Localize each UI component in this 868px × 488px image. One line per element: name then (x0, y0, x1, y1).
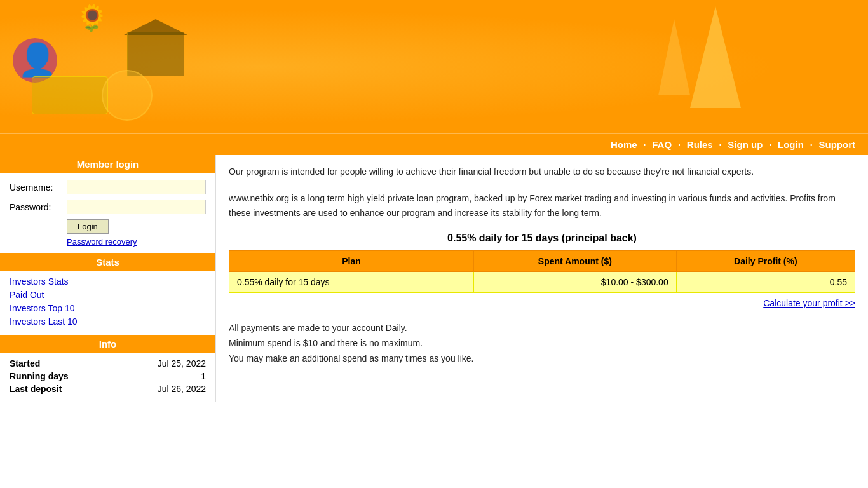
row-plan: 0.55% daily for 15 days (229, 272, 474, 293)
username-label: Username: (10, 182, 67, 193)
login-button-row: Login (67, 219, 206, 234)
nav-sep-1: · (644, 140, 646, 150)
password-input[interactable] (67, 200, 206, 214)
row-profit: 0.55 (676, 272, 855, 293)
username-input[interactable] (67, 180, 206, 194)
intro-text-1: Our program is intended for people willi… (229, 165, 855, 179)
investors-last10-link[interactable]: Investors Last 10 (10, 316, 206, 327)
sidebar: Member login Username: Password: Login P… (0, 155, 216, 402)
info-started-key: Started (10, 358, 40, 369)
login-button[interactable]: Login (67, 219, 109, 234)
member-login-title: Member login (0, 155, 215, 173)
nav-home[interactable]: Home (611, 139, 637, 150)
password-recovery-link[interactable]: Password recovery (67, 237, 206, 247)
main-layout: Member login Username: Password: Login P… (0, 155, 868, 402)
info-section: Started Jul 25, 2022 Running days 1 Last… (0, 353, 215, 402)
calc-profit-link[interactable]: Calculate your profit >> (763, 298, 855, 308)
row-spent: $10.00 - $300.00 (474, 272, 677, 293)
col-spent: Spent Amount ($) (474, 251, 677, 272)
nav-login[interactable]: Login (778, 139, 804, 150)
stats-section: Investors Stats Paid Out Investors Top 1… (0, 271, 215, 335)
info-running-val: 1 (201, 371, 206, 381)
nav-sep-5: · (810, 140, 813, 150)
member-login-box: Username: Password: Login Password recov… (0, 173, 215, 253)
plan-title: 0.55% daily for 15 days (principal back) (229, 233, 855, 244)
investors-top10-link[interactable]: Investors Top 10 (10, 303, 206, 313)
navbar: Home · FAQ · Rules · Sign up · Login · S… (0, 133, 868, 155)
info-started-row: Started Jul 25, 2022 (10, 358, 206, 369)
intro-text-2: www.netbix.org is a long term high yield… (229, 191, 855, 220)
flower-icon: 🌻 (76, 3, 108, 33)
info-title: Info (0, 335, 215, 353)
money-pile (32, 76, 108, 114)
info-lastdeposit-val: Jul 26, 2022 (158, 384, 206, 394)
paid-out-link[interactable]: Paid Out (10, 290, 206, 300)
payments-text: All payments are made to your account Da… (229, 321, 855, 366)
nav-rules[interactable]: Rules (687, 139, 713, 150)
info-running-key: Running days (10, 371, 69, 381)
password-row: Password: (10, 200, 206, 214)
nav-faq[interactable]: FAQ (652, 139, 672, 150)
col-profit: Daily Profit (%) (676, 251, 855, 272)
sail2-icon (658, 19, 690, 95)
content-area: Our program is intended for people willi… (216, 155, 868, 402)
nav-sep-4: · (769, 140, 771, 150)
username-row: Username: (10, 180, 206, 194)
password-label: Password: (10, 202, 67, 212)
info-lastdeposit-key: Last deposit (10, 384, 62, 394)
payments-line-3: You may make an additional spend as many… (229, 351, 855, 367)
payments-line-1: All payments are made to your account Da… (229, 321, 855, 336)
table-row: 0.55% daily for 15 days $10.00 - $300.00… (229, 272, 855, 293)
calc-link-container: Calculate your profit >> (229, 298, 855, 308)
sail1-icon (690, 6, 741, 108)
info-started-val: Jul 25, 2022 (158, 358, 206, 369)
col-plan: Plan (229, 251, 474, 272)
plan-table: Plan Spent Amount ($) Daily Profit (%) 0… (229, 250, 855, 293)
investors-stats-link[interactable]: Investors Stats (10, 276, 206, 287)
nav-support[interactable]: Support (819, 139, 856, 150)
globe-shape (102, 70, 153, 121)
info-running-row: Running days 1 (10, 371, 206, 381)
nav-signup[interactable]: Sign up (728, 139, 763, 150)
info-lastdeposit-row: Last deposit Jul 26, 2022 (10, 384, 206, 394)
house-shape (127, 32, 184, 76)
nav-sep-2: · (678, 140, 681, 150)
stats-title: Stats (0, 253, 215, 271)
nav-sep-3: · (719, 140, 722, 150)
payments-line-2: Minimum spend is $10 and there is no max… (229, 336, 855, 351)
header: 🌻 (0, 0, 868, 133)
